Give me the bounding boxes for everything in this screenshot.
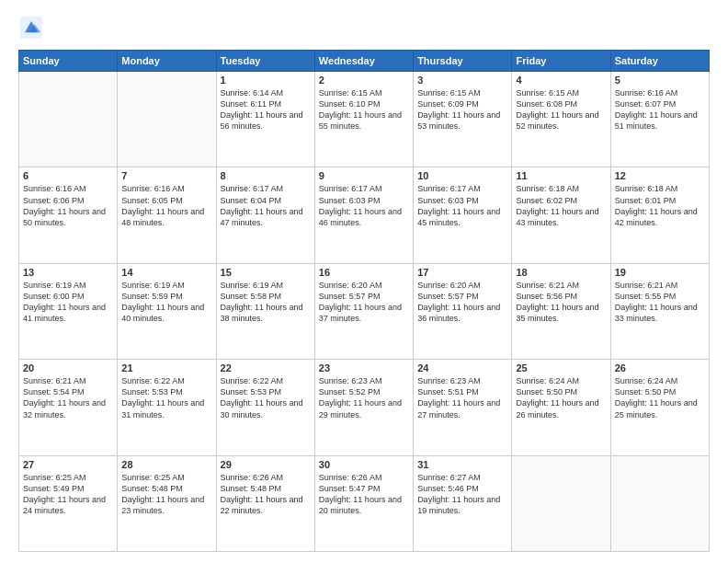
calendar-cell: 28Sunrise: 6:25 AM Sunset: 5:48 PM Dayli… (118, 455, 216, 551)
cell-info: Sunrise: 6:17 AM Sunset: 6:03 PM Dayligh… (319, 183, 409, 228)
logo (18, 15, 48, 40)
cell-info: Sunrise: 6:24 AM Sunset: 5:50 PM Dayligh… (516, 375, 606, 420)
calendar-cell: 4Sunrise: 6:15 AM Sunset: 6:08 PM Daylig… (512, 72, 610, 167)
cell-info: Sunrise: 6:17 AM Sunset: 6:03 PM Dayligh… (417, 183, 507, 228)
day-number: 28 (121, 459, 211, 470)
day-number: 24 (417, 362, 507, 373)
day-header-thursday: Thursday (414, 51, 512, 72)
cell-info: Sunrise: 6:21 AM Sunset: 5:54 PM Dayligh… (23, 375, 113, 420)
calendar-cell: 12Sunrise: 6:18 AM Sunset: 6:01 PM Dayli… (610, 167, 709, 263)
day-number: 7 (121, 170, 211, 181)
calendar-cell: 24Sunrise: 6:23 AM Sunset: 5:51 PM Dayli… (414, 360, 512, 455)
week-row-4: 20Sunrise: 6:21 AM Sunset: 5:54 PM Dayli… (19, 360, 710, 455)
calendar-cell: 30Sunrise: 6:26 AM Sunset: 5:47 PM Dayli… (314, 455, 413, 551)
day-number: 10 (417, 170, 507, 181)
cell-info: Sunrise: 6:26 AM Sunset: 5:48 PM Dayligh… (221, 472, 311, 517)
cell-info: Sunrise: 6:27 AM Sunset: 5:46 PM Dayligh… (417, 472, 507, 517)
cell-info: Sunrise: 6:23 AM Sunset: 5:51 PM Dayligh… (417, 375, 507, 420)
calendar-cell: 11Sunrise: 6:18 AM Sunset: 6:02 PM Dayli… (512, 167, 610, 263)
day-number: 15 (221, 267, 311, 278)
day-header-monday: Monday (118, 51, 216, 72)
logo-icon (18, 15, 44, 40)
day-number: 19 (615, 267, 705, 278)
cell-info: Sunrise: 6:16 AM Sunset: 6:06 PM Dayligh… (23, 183, 113, 228)
calendar-cell: 25Sunrise: 6:24 AM Sunset: 5:50 PM Dayli… (512, 360, 610, 455)
calendar-table: SundayMondayTuesdayWednesdayThursdayFrid… (18, 50, 710, 552)
day-number: 3 (417, 75, 507, 86)
page: SundayMondayTuesdayWednesdayThursdayFrid… (0, 0, 728, 563)
week-row-2: 6Sunrise: 6:16 AM Sunset: 6:06 PM Daylig… (19, 167, 710, 263)
day-number: 13 (23, 267, 113, 278)
day-number: 16 (319, 267, 409, 278)
calendar-cell (19, 72, 118, 167)
calendar-cell: 13Sunrise: 6:19 AM Sunset: 6:00 PM Dayli… (19, 263, 118, 359)
cell-info: Sunrise: 6:18 AM Sunset: 6:02 PM Dayligh… (516, 183, 606, 228)
day-number: 25 (516, 362, 606, 373)
cell-info: Sunrise: 6:19 AM Sunset: 5:58 PM Dayligh… (221, 280, 311, 325)
calendar-cell: 2Sunrise: 6:15 AM Sunset: 6:10 PM Daylig… (314, 72, 413, 167)
day-number: 2 (319, 75, 409, 86)
cell-info: Sunrise: 6:21 AM Sunset: 5:56 PM Dayligh… (516, 280, 606, 325)
day-number: 11 (516, 170, 606, 181)
week-row-1: 1Sunrise: 6:14 AM Sunset: 6:11 PM Daylig… (19, 72, 710, 167)
day-number: 8 (221, 170, 311, 181)
cell-info: Sunrise: 6:26 AM Sunset: 5:47 PM Dayligh… (319, 472, 409, 517)
calendar-cell: 20Sunrise: 6:21 AM Sunset: 5:54 PM Dayli… (19, 360, 118, 455)
week-row-5: 27Sunrise: 6:25 AM Sunset: 5:49 PM Dayli… (19, 455, 710, 551)
calendar-cell: 6Sunrise: 6:16 AM Sunset: 6:06 PM Daylig… (19, 167, 118, 263)
calendar-cell: 9Sunrise: 6:17 AM Sunset: 6:03 PM Daylig… (314, 167, 413, 263)
day-number: 27 (23, 459, 113, 470)
header (18, 15, 710, 40)
day-number: 29 (221, 459, 311, 470)
day-number: 5 (615, 75, 705, 86)
cell-info: Sunrise: 6:17 AM Sunset: 6:04 PM Dayligh… (221, 183, 311, 228)
calendar-cell: 19Sunrise: 6:21 AM Sunset: 5:55 PM Dayli… (610, 263, 709, 359)
calendar-cell: 3Sunrise: 6:15 AM Sunset: 6:09 PM Daylig… (414, 72, 512, 167)
calendar-cell: 17Sunrise: 6:20 AM Sunset: 5:57 PM Dayli… (414, 263, 512, 359)
cell-info: Sunrise: 6:15 AM Sunset: 6:09 PM Dayligh… (417, 87, 507, 132)
day-number: 1 (221, 75, 311, 86)
calendar-cell: 23Sunrise: 6:23 AM Sunset: 5:52 PM Dayli… (314, 360, 413, 455)
day-number: 14 (121, 267, 211, 278)
calendar-cell: 10Sunrise: 6:17 AM Sunset: 6:03 PM Dayli… (414, 167, 512, 263)
calendar-cell (512, 455, 610, 551)
day-number: 6 (23, 170, 113, 181)
day-number: 23 (319, 362, 409, 373)
calendar-cell: 7Sunrise: 6:16 AM Sunset: 6:05 PM Daylig… (118, 167, 216, 263)
cell-info: Sunrise: 6:18 AM Sunset: 6:01 PM Dayligh… (615, 183, 705, 228)
calendar-cell: 31Sunrise: 6:27 AM Sunset: 5:46 PM Dayli… (414, 455, 512, 551)
cell-info: Sunrise: 6:16 AM Sunset: 6:05 PM Dayligh… (121, 183, 211, 228)
calendar-cell: 8Sunrise: 6:17 AM Sunset: 6:04 PM Daylig… (216, 167, 314, 263)
day-number: 21 (121, 362, 211, 373)
day-number: 20 (23, 362, 113, 373)
cell-info: Sunrise: 6:15 AM Sunset: 6:08 PM Dayligh… (516, 87, 606, 132)
calendar-cell: 26Sunrise: 6:24 AM Sunset: 5:50 PM Dayli… (610, 360, 709, 455)
day-number: 26 (615, 362, 705, 373)
cell-info: Sunrise: 6:20 AM Sunset: 5:57 PM Dayligh… (319, 280, 409, 325)
calendar-cell: 27Sunrise: 6:25 AM Sunset: 5:49 PM Dayli… (19, 455, 118, 551)
cell-info: Sunrise: 6:14 AM Sunset: 6:11 PM Dayligh… (221, 87, 311, 132)
day-number: 22 (221, 362, 311, 373)
day-number: 4 (516, 75, 606, 86)
cell-info: Sunrise: 6:16 AM Sunset: 6:07 PM Dayligh… (615, 87, 705, 132)
calendar-cell (610, 455, 709, 551)
cell-info: Sunrise: 6:24 AM Sunset: 5:50 PM Dayligh… (615, 375, 705, 420)
calendar-cell: 1Sunrise: 6:14 AM Sunset: 6:11 PM Daylig… (216, 72, 314, 167)
calendar-cell: 5Sunrise: 6:16 AM Sunset: 6:07 PM Daylig… (610, 72, 709, 167)
cell-info: Sunrise: 6:25 AM Sunset: 5:49 PM Dayligh… (23, 472, 113, 517)
week-row-3: 13Sunrise: 6:19 AM Sunset: 6:00 PM Dayli… (19, 263, 710, 359)
cell-info: Sunrise: 6:23 AM Sunset: 5:52 PM Dayligh… (319, 375, 409, 420)
calendar-cell: 16Sunrise: 6:20 AM Sunset: 5:57 PM Dayli… (314, 263, 413, 359)
day-number: 12 (615, 170, 705, 181)
day-header-tuesday: Tuesday (216, 51, 314, 72)
calendar-cell: 29Sunrise: 6:26 AM Sunset: 5:48 PM Dayli… (216, 455, 314, 551)
calendar-cell (118, 72, 216, 167)
day-header-wednesday: Wednesday (314, 51, 413, 72)
day-header-saturday: Saturday (610, 51, 709, 72)
cell-info: Sunrise: 6:15 AM Sunset: 6:10 PM Dayligh… (319, 87, 409, 132)
day-number: 31 (417, 459, 507, 470)
calendar-cell: 14Sunrise: 6:19 AM Sunset: 5:59 PM Dayli… (118, 263, 216, 359)
calendar-cell: 21Sunrise: 6:22 AM Sunset: 5:53 PM Dayli… (118, 360, 216, 455)
day-header-row: SundayMondayTuesdayWednesdayThursdayFrid… (19, 51, 710, 72)
day-number: 9 (319, 170, 409, 181)
